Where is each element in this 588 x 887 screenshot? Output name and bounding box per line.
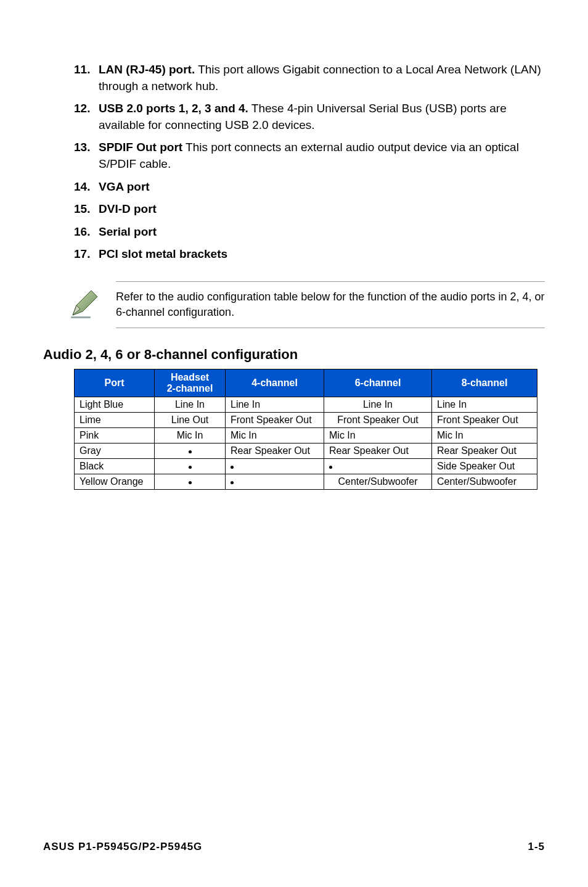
item-body: PCI slot metal brackets bbox=[99, 246, 545, 263]
item-title: LAN (RJ-45) port. bbox=[99, 63, 195, 76]
note-text: Refer to the audio configuration table b… bbox=[116, 281, 545, 328]
table-row: Pink Mic In Mic In Mic In Mic In bbox=[75, 428, 537, 444]
item-number: 17. bbox=[74, 246, 99, 263]
item-body: SPDIF Out port This port connects an ext… bbox=[99, 139, 545, 172]
table-row: Light Blue Line In Line In Line In Line … bbox=[75, 397, 537, 413]
table-row: Lime Line Out Front Speaker Out Front Sp… bbox=[75, 413, 537, 428]
item-title: USB 2.0 ports 1, 2, 3 and 4. bbox=[99, 102, 248, 115]
cell-2ch bbox=[155, 444, 226, 459]
cell-8ch: Side Speaker Out bbox=[432, 459, 537, 474]
table-row: Gray Rear Speaker Out Rear Speaker Out R… bbox=[75, 444, 537, 459]
cell-6ch: Mic In bbox=[324, 428, 432, 444]
bullet-icon bbox=[189, 481, 192, 484]
cell-6ch: Center/Subwoofer bbox=[324, 474, 432, 490]
col-2ch-line2: 2-channel bbox=[160, 383, 220, 394]
bullet-icon bbox=[189, 450, 192, 453]
item-title: Serial port bbox=[99, 225, 157, 238]
col-port: Port bbox=[75, 369, 155, 397]
list-item: 12. USB 2.0 ports 1, 2, 3 and 4. These 4… bbox=[74, 101, 545, 133]
col-4ch: 4-channel bbox=[226, 369, 324, 397]
cell-2ch: Mic In bbox=[155, 428, 226, 444]
item-title: VGA port bbox=[99, 180, 150, 193]
col-2ch-line1: Headset bbox=[171, 372, 209, 382]
cell-6ch: Line In bbox=[324, 397, 432, 413]
list-item: 13. SPDIF Out port This port connects an… bbox=[74, 139, 545, 172]
cell-2ch: Line Out bbox=[155, 413, 226, 428]
item-body: VGA port bbox=[99, 179, 545, 196]
table-header-row: Port Headset 2-channel 4-channel 6-chann… bbox=[75, 369, 537, 397]
item-title: SPDIF Out port bbox=[99, 141, 182, 154]
item-number: 12. bbox=[74, 101, 99, 133]
cell-8ch: Line In bbox=[432, 397, 537, 413]
list-item: 17. PCI slot metal brackets bbox=[74, 246, 545, 263]
item-body: DVI-D port bbox=[99, 201, 545, 218]
item-number: 13. bbox=[74, 139, 99, 172]
item-number: 11. bbox=[74, 62, 99, 94]
page-footer: ASUS P1-P5945G/P2-P5945G 1-5 bbox=[43, 841, 545, 853]
item-body: Serial port bbox=[99, 224, 545, 241]
svg-rect-2 bbox=[71, 316, 91, 318]
cell-2ch bbox=[155, 459, 226, 474]
bullet-icon bbox=[231, 466, 234, 469]
item-title: DVI-D port bbox=[99, 202, 157, 215]
list-item: 14. VGA port bbox=[74, 179, 545, 196]
table-body: Light Blue Line In Line In Line In Line … bbox=[75, 397, 537, 490]
footer-right: 1-5 bbox=[528, 841, 545, 853]
bullet-icon bbox=[189, 466, 192, 469]
cell-8ch: Rear Speaker Out bbox=[432, 444, 537, 459]
col-2ch: Headset 2-channel bbox=[155, 369, 226, 397]
cell-2ch: Line In bbox=[155, 397, 226, 413]
cell-4ch bbox=[226, 459, 324, 474]
cell-port: Yellow Orange bbox=[75, 474, 155, 490]
cell-4ch: Rear Speaker Out bbox=[226, 444, 324, 459]
cell-4ch: Front Speaker Out bbox=[226, 413, 324, 428]
cell-6ch: Rear Speaker Out bbox=[324, 444, 432, 459]
cell-4ch: Mic In bbox=[226, 428, 324, 444]
item-number: 15. bbox=[74, 201, 99, 218]
cell-8ch: Mic In bbox=[432, 428, 537, 444]
item-title: PCI slot metal brackets bbox=[99, 247, 227, 260]
item-number: 14. bbox=[74, 179, 99, 196]
table-row: Black Side Speaker Out bbox=[75, 459, 537, 474]
cell-4ch bbox=[226, 474, 324, 490]
cell-port: Gray bbox=[75, 444, 155, 459]
cell-8ch: Center/Subwoofer bbox=[432, 474, 537, 490]
item-body: USB 2.0 ports 1, 2, 3 and 4. These 4-pin… bbox=[99, 101, 545, 133]
list-item: 11. LAN (RJ-45) port. This port allows G… bbox=[74, 62, 545, 94]
cell-4ch: Line In bbox=[226, 397, 324, 413]
cell-6ch bbox=[324, 459, 432, 474]
cell-port: Pink bbox=[75, 428, 155, 444]
cell-8ch: Front Speaker Out bbox=[432, 413, 537, 428]
item-number: 16. bbox=[74, 224, 99, 241]
cell-port: Black bbox=[75, 459, 155, 474]
note-block: Refer to the audio configuration table b… bbox=[68, 281, 545, 328]
footer-left: ASUS P1-P5945G/P2-P5945G bbox=[43, 841, 202, 853]
item-body: LAN (RJ-45) port. This port allows Gigab… bbox=[99, 62, 545, 94]
col-6ch: 6-channel bbox=[324, 369, 432, 397]
cell-port: Light Blue bbox=[75, 397, 155, 413]
bullet-icon bbox=[231, 481, 234, 484]
table-row: Yellow Orange Center/Subwoofer Center/Su… bbox=[75, 474, 537, 490]
pencil-note-icon bbox=[68, 289, 99, 320]
col-8ch: 8-channel bbox=[432, 369, 537, 397]
list-item: 15. DVI-D port bbox=[74, 201, 545, 218]
cell-port: Lime bbox=[75, 413, 155, 428]
section-title: Audio 2, 4, 6 or 8-channel configuration bbox=[43, 347, 545, 363]
cell-2ch bbox=[155, 474, 226, 490]
audio-config-table: Port Headset 2-channel 4-channel 6-chann… bbox=[74, 369, 537, 490]
bullet-icon bbox=[329, 466, 332, 469]
list-item: 16. Serial port bbox=[74, 224, 545, 241]
cell-6ch: Front Speaker Out bbox=[324, 413, 432, 428]
numbered-list: 11. LAN (RJ-45) port. This port allows G… bbox=[74, 62, 545, 263]
